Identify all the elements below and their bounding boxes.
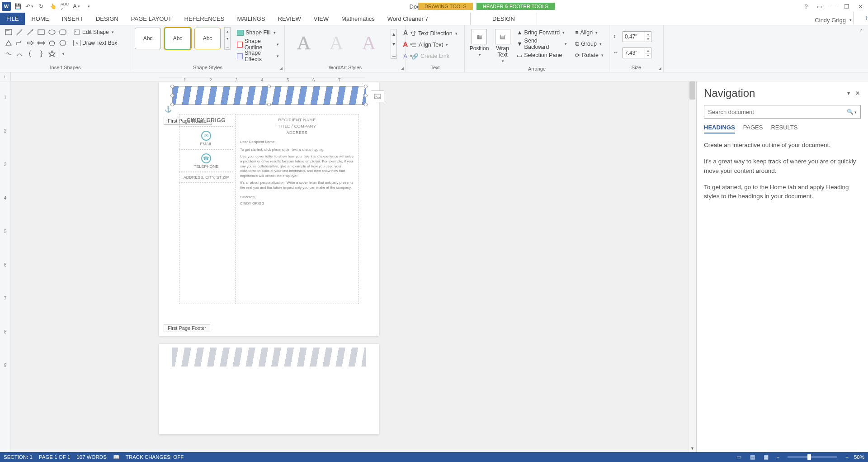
shape-outline-button[interactable]: Shape Outline▾ — [235, 39, 281, 50]
edit-shape-button[interactable]: Edit Shape▾ — [71, 27, 119, 37]
shapes-more-icon[interactable]: ▾ — [58, 49, 68, 59]
text-box-icon: A — [73, 40, 80, 46]
tab-insert[interactable]: INSERT — [55, 13, 89, 25]
touch-mode-icon[interactable]: 👆 — [48, 1, 58, 11]
bring-forward-label: Bring Forward — [524, 29, 560, 36]
shape-rectangle-icon[interactable] — [36, 27, 46, 37]
align-label: Align — [580, 29, 593, 36]
draw-text-box-button[interactable]: A Draw Text Box — [71, 38, 119, 48]
align-text-icon: ☰ — [411, 42, 417, 48]
repeat-icon[interactable]: ↻ — [36, 1, 46, 11]
shape-line-icon[interactable] — [14, 27, 24, 37]
undo-icon[interactable]: ↶▾ — [24, 1, 34, 11]
bring-forward-icon: ▲ — [517, 29, 522, 36]
bring-forward-button[interactable]: ▲Bring Forward▾ — [515, 27, 569, 38]
shape-elbow-icon[interactable] — [14, 38, 24, 48]
save-icon[interactable]: 💾 — [13, 1, 23, 11]
shape-oval-icon[interactable] — [47, 27, 57, 37]
group-label-text: Text — [410, 64, 461, 71]
wrap-text-button[interactable]: ▤ Wrap Text▾ — [492, 27, 513, 65]
rotate-button[interactable]: ⟳Rotate▾ — [573, 50, 605, 61]
ribbon: ▾ Edit Shape▾ A Draw Text Box Insert Sha… — [0, 25, 868, 72]
shape-fill-icon — [237, 30, 244, 36]
spelling-icon[interactable]: ABC✓ — [60, 1, 70, 11]
minimize-icon[interactable]: — — [828, 2, 838, 10]
font-size-icon[interactable]: A▾ — [71, 1, 81, 11]
group-button[interactable]: ⧉Group▾ — [573, 38, 605, 49]
wordart-style-2[interactable]: A — [323, 29, 350, 57]
tab-home[interactable]: HOME — [25, 13, 55, 25]
shape-style-1[interactable]: Abc — [135, 28, 161, 49]
shape-style-gallery[interactable]: Abc Abc Abc ▴▾⎯ — [135, 27, 231, 50]
wordart-gallery[interactable]: A A A ▴▾⎯ — [288, 27, 399, 61]
tab-references[interactable]: REFERENCES — [178, 13, 231, 25]
height-up[interactable]: ▲ — [645, 32, 651, 37]
align-button[interactable]: ≡Align▾ — [573, 27, 605, 38]
ribbon-tabs: FILE HOME INSERT DESIGN PAGE LAYOUT REFE… — [0, 13, 868, 25]
align-text-button[interactable]: ☰Align Text▾ — [410, 39, 459, 50]
qat-customize-icon[interactable]: ▾ — [83, 1, 93, 11]
shape-arrow-block-icon[interactable] — [25, 38, 35, 48]
shape-style-2[interactable]: Abc — [165, 28, 191, 49]
size-launcher-icon[interactable]: ◢ — [657, 66, 662, 71]
shape-triangle-icon[interactable] — [4, 38, 14, 48]
send-backward-button[interactable]: ▼Send Backward▾ — [515, 38, 569, 49]
title-bar: W 💾 ↶▾ ↻ 👆 ABC✓ A▾ ▾ Document3 - Word DR… — [0, 0, 868, 13]
help-icon[interactable]: ? — [801, 2, 811, 10]
wordart-gallery-more[interactable]: ▴▾⎯ — [391, 29, 397, 59]
position-label: Position — [470, 45, 489, 52]
align-icon: ≡ — [575, 29, 578, 36]
selection-pane-button[interactable]: ▭Selection Pane — [515, 50, 569, 61]
position-button[interactable]: ▦ Position▾ — [468, 27, 490, 59]
shape-freeform-icon[interactable] — [4, 49, 14, 59]
tab-context-design[interactable]: DESIGN — [470, 13, 537, 25]
horizontal-ruler[interactable] — [159, 72, 365, 81]
shapes-gallery[interactable]: ▾ — [4, 27, 68, 59]
shape-right-brace-icon[interactable] — [36, 49, 46, 59]
width-up[interactable]: ▲ — [645, 48, 651, 53]
group-label-insert-shapes: Insert Shapes — [4, 64, 127, 71]
shape-left-brace-icon[interactable] — [25, 49, 35, 59]
shape-style-gallery-more[interactable]: ▴▾⎯ — [224, 27, 231, 50]
shape-effects-button[interactable]: Shape Effects▾ — [235, 51, 281, 62]
shape-hexagon-icon[interactable] — [58, 38, 68, 48]
shape-rounded-rect-icon[interactable] — [58, 27, 68, 37]
shape-fill-button[interactable]: Shape Fill▾ — [235, 27, 281, 38]
close-icon[interactable]: ✕ — [855, 2, 865, 10]
shape-style-3[interactable]: Abc — [194, 28, 221, 49]
tab-view[interactable]: VIEW — [307, 13, 335, 25]
text-direction-button[interactable]: ⇵Text Direction▾ — [410, 28, 459, 39]
edit-shape-icon — [73, 29, 80, 35]
group-text: ⇵Text Direction▾ ☰Align Text▾ 🔗Create Li… — [406, 25, 465, 72]
width-down[interactable]: ▼ — [645, 53, 651, 58]
wrap-text-icon: ▤ — [495, 29, 510, 44]
group-label-wordart: WordArt Styles — [288, 64, 402, 71]
tab-mathematics[interactable]: Mathematics — [335, 13, 381, 25]
shape-styles-launcher-icon[interactable]: ◢ — [278, 66, 283, 71]
tab-format[interactable]: FORMAT — [853, 12, 868, 25]
width-input[interactable]: 7.43"▲▼ — [623, 48, 651, 58]
text-direction-icon: ⇵ — [411, 30, 416, 37]
height-input[interactable]: 0.47"▲▼ — [623, 31, 651, 42]
shape-textbox-icon[interactable] — [4, 27, 14, 37]
tab-page-layout[interactable]: PAGE LAYOUT — [125, 13, 178, 25]
shape-curve-icon[interactable] — [14, 49, 24, 59]
tab-review[interactable]: REVIEW — [272, 13, 307, 25]
ruler-corner[interactable]: L — [0, 72, 11, 81]
tab-word-cleaner[interactable]: Word Cleaner 7 — [381, 13, 435, 25]
restore-icon[interactable]: ❐ — [842, 2, 852, 10]
shape-pentagon-icon[interactable] — [47, 38, 57, 48]
wordart-style-1[interactable]: A — [290, 29, 317, 57]
tab-design[interactable]: DESIGN — [90, 13, 125, 25]
collapse-ribbon-icon[interactable]: ˆ — [856, 27, 866, 37]
wordart-launcher-icon[interactable]: ◢ — [399, 66, 405, 71]
shape-double-arrow-icon[interactable] — [36, 38, 46, 48]
shape-arrow-line-icon[interactable] — [25, 27, 35, 37]
tab-mailings[interactable]: MAILINGS — [231, 13, 271, 25]
selection-pane-icon: ▭ — [517, 52, 522, 59]
shape-star-icon[interactable] — [47, 49, 57, 59]
tab-file[interactable]: FILE — [0, 13, 25, 25]
ribbon-display-options-icon[interactable]: ▭ — [815, 2, 825, 10]
height-down[interactable]: ▼ — [645, 37, 651, 42]
wordart-style-3[interactable]: A — [355, 29, 382, 57]
